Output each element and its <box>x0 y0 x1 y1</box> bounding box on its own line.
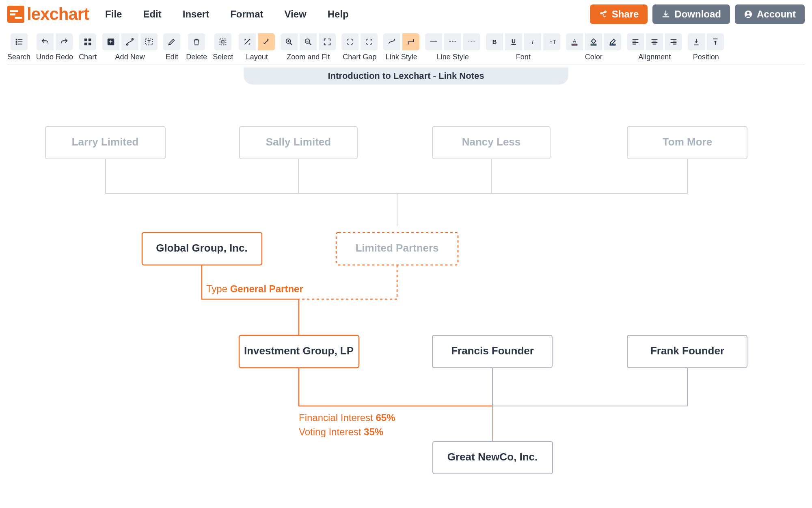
fontsize-button[interactable]: TT <box>543 33 560 50</box>
link-note-voting: Voting Interest 35% <box>299 426 383 437</box>
manual-layout-button[interactable] <box>258 33 275 50</box>
group-chartgap-label: Chart Gap <box>343 53 376 61</box>
node-nancy[interactable]: Nancy Less <box>432 126 550 159</box>
svg-rect-10 <box>84 43 87 45</box>
line-solid-button[interactable] <box>425 33 442 50</box>
back-icon <box>711 37 720 46</box>
contract-icon <box>365 37 374 46</box>
add-link-button[interactable] <box>121 33 138 50</box>
add-node-button[interactable] <box>102 33 119 50</box>
group-addnew-label: Add New <box>115 53 145 61</box>
svg-rect-8 <box>84 39 87 41</box>
linecolor-icon <box>608 37 617 46</box>
fit-icon <box>323 37 332 46</box>
line-dashed-button[interactable] <box>444 33 461 50</box>
svg-rect-26 <box>572 44 577 46</box>
bold-button[interactable]: B <box>486 33 503 50</box>
zoom-in-button[interactable] <box>281 33 298 50</box>
node-lp[interactable]: Limited Partners <box>336 232 458 265</box>
svg-text:U: U <box>512 38 516 44</box>
zoom-fit-button[interactable] <box>319 33 336 50</box>
svg-rect-27 <box>591 44 596 46</box>
edge-lp-invest[interactable] <box>299 265 397 299</box>
node-global[interactable]: Global Group, Inc. <box>142 232 262 265</box>
redo-icon <box>60 37 69 46</box>
svg-point-14 <box>132 39 134 40</box>
line-dotted-button[interactable] <box>463 33 480 50</box>
chart-canvas[interactable]: Introduction to Lexchart - Link Notes La… <box>0 67 812 506</box>
svg-text:T: T <box>550 41 553 45</box>
menu-file[interactable]: File <box>105 9 122 20</box>
group-linkstyle-label: Link Style <box>386 53 417 61</box>
zoom-out-button[interactable] <box>300 33 317 50</box>
edge-tom-lp[interactable] <box>397 159 687 193</box>
link-elbow-button[interactable] <box>402 33 419 50</box>
menu-edit[interactable]: Edit <box>143 9 161 20</box>
add-text-button[interactable] <box>140 33 158 50</box>
group-linestyle-label: Line Style <box>437 53 469 61</box>
edge-larry-lp[interactable] <box>106 159 397 226</box>
align-left-button[interactable] <box>627 33 644 50</box>
align-center-button[interactable] <box>646 33 663 50</box>
node-larry[interactable]: Larry Limited <box>45 126 165 159</box>
undo-icon <box>41 37 50 46</box>
edge-frank-newco[interactable] <box>492 368 687 406</box>
send-back-button[interactable] <box>707 33 724 50</box>
menu-format[interactable]: Format <box>230 9 263 20</box>
fontsize-icon: TT <box>547 37 556 46</box>
gap-contract-button[interactable] <box>361 33 378 50</box>
select-icon <box>218 37 227 46</box>
textbox-icon <box>145 37 153 46</box>
node-frank[interactable]: Frank Founder <box>627 335 747 368</box>
share-button[interactable]: Share <box>590 4 648 24</box>
magic-icon <box>243 37 252 46</box>
node-francis[interactable]: Francis Founder <box>432 335 552 368</box>
link-curved-button[interactable] <box>383 33 400 50</box>
auto-layout-button[interactable] <box>239 33 256 50</box>
select-button[interactable] <box>214 33 231 50</box>
chart-button[interactable] <box>79 33 96 50</box>
account-button[interactable]: Account <box>735 4 805 24</box>
search-panel-button[interactable] <box>11 33 28 50</box>
redo-button[interactable] <box>56 33 73 50</box>
edge-global-invest[interactable] <box>202 265 299 335</box>
node-newco[interactable]: Great NewCo, Inc. <box>433 441 553 474</box>
group-color: A Color <box>566 33 621 61</box>
gap-expand-button[interactable] <box>341 33 358 50</box>
share-icon <box>599 10 608 19</box>
group-delete: Delete <box>186 33 207 61</box>
menu-insert[interactable]: Insert <box>183 9 209 20</box>
group-addnew: Add New <box>102 33 158 61</box>
svg-text:Investment Group, LP: Investment Group, LP <box>244 345 354 357</box>
toolbar-divider <box>7 65 805 65</box>
menu-help[interactable]: Help <box>328 9 349 20</box>
group-search-label: Search <box>7 53 30 61</box>
bring-front-button[interactable] <box>688 33 705 50</box>
svg-text:Sally Limited: Sally Limited <box>266 136 331 148</box>
elbow-icon <box>406 37 415 46</box>
node-invest[interactable]: Investment Group, LP <box>239 335 359 368</box>
dashed-line-icon <box>448 37 457 46</box>
node-tom[interactable]: Tom More <box>627 126 747 159</box>
svg-point-1 <box>747 12 749 14</box>
align-right-button[interactable] <box>665 33 682 50</box>
group-chart-label: Chart <box>79 53 97 61</box>
download-button[interactable]: Download <box>652 4 730 24</box>
text-color-button[interactable]: A <box>566 33 583 50</box>
underline-icon: U <box>509 37 518 46</box>
svg-text:Nancy Less: Nancy Less <box>462 136 521 148</box>
line-color-button[interactable] <box>604 33 621 50</box>
group-font-label: Font <box>516 53 531 61</box>
italic-button[interactable]: I <box>524 33 541 50</box>
delete-button[interactable] <box>188 33 205 50</box>
group-chart: Chart <box>79 33 97 61</box>
undo-button[interactable] <box>37 33 54 50</box>
underline-button[interactable]: U <box>505 33 522 50</box>
grid-icon <box>83 37 92 46</box>
node-sally[interactable]: Sally Limited <box>240 126 357 159</box>
edit-button[interactable] <box>163 33 180 50</box>
svg-rect-28 <box>610 44 615 46</box>
menu-view[interactable]: View <box>284 9 306 20</box>
logo[interactable]: lexchart <box>7 4 89 24</box>
fill-color-button[interactable] <box>585 33 602 50</box>
